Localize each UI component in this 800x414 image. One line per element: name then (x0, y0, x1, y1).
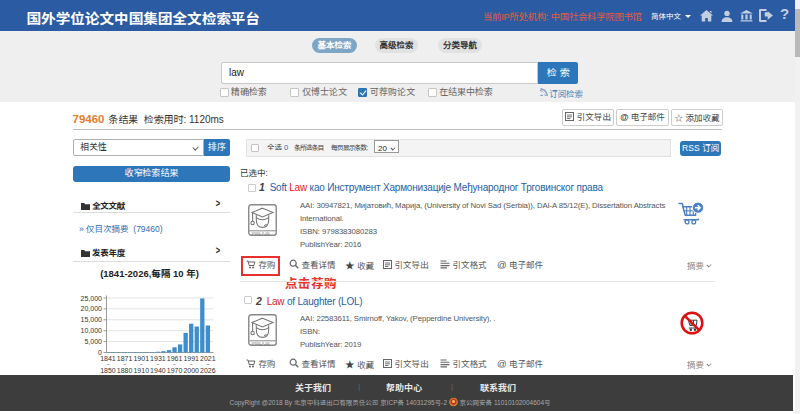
svg-text:1850: 1850 (100, 367, 116, 374)
svg-text:25,000: 25,000 (81, 295, 103, 302)
svg-text:20,000: 20,000 (81, 305, 103, 312)
svg-text:5,000: 5,000 (84, 338, 102, 345)
svg-text:2026: 2026 (200, 367, 216, 374)
svg-text:1880: 1880 (117, 367, 133, 374)
svg-text:1910: 1910 (133, 367, 149, 374)
svg-text:2000: 2000 (183, 367, 199, 374)
svg-text:15,000: 15,000 (81, 316, 103, 323)
svg-text:1970: 1970 (167, 367, 183, 374)
svg-text:1940: 1940 (150, 367, 166, 374)
svg-text:10,000: 10,000 (81, 327, 103, 334)
